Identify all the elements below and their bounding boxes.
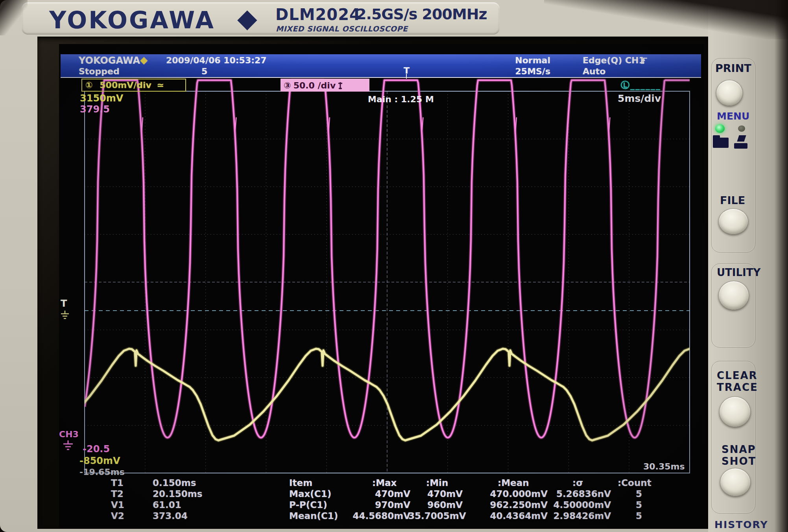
file-button[interactable] bbox=[718, 208, 748, 234]
logic-indicator: Ⓛ______ bbox=[621, 79, 661, 91]
ch1-bullet: ① bbox=[85, 80, 93, 90]
cursor-v2-label: V2 bbox=[111, 511, 124, 521]
table-row-item: Max(C1) bbox=[289, 489, 331, 499]
ch1-scale: 500mV/div bbox=[100, 80, 151, 90]
photo-shadow-right-edge bbox=[775, 0, 788, 532]
logic-dashes: ______ bbox=[630, 80, 661, 90]
cursor-v1-value: 61.01 bbox=[153, 500, 181, 510]
table-cell: 5.26836nV bbox=[553, 489, 611, 499]
waveform-display bbox=[59, 44, 704, 528]
table-cell: 5 bbox=[610, 489, 642, 499]
table-header-sigma: :σ bbox=[572, 478, 583, 488]
cursor-t2-label: T2 bbox=[111, 489, 124, 499]
folder-icon bbox=[713, 138, 729, 148]
snapshot-button[interactable] bbox=[720, 468, 751, 496]
timebase: 5ms/div bbox=[618, 93, 661, 104]
ch3-cursor-value: 379.5 bbox=[80, 104, 110, 115]
trigger-type: Edge(Q) CH1 bbox=[583, 55, 645, 65]
utility-button[interactable] bbox=[718, 281, 749, 310]
trigger-position-tick bbox=[406, 74, 407, 79]
acquisition-mode: Normal bbox=[511, 55, 550, 65]
header-divider bbox=[61, 77, 701, 78]
table-row-item: Mean(C1) bbox=[289, 511, 338, 521]
ch1-scale-box: ① 500mV/div ≃ bbox=[81, 79, 186, 92]
print-button[interactable] bbox=[716, 80, 743, 106]
table-row-item: P-P(C1) bbox=[289, 500, 327, 510]
table-cell: 470.000mV bbox=[460, 489, 548, 499]
ch3-offset-value: -850mV bbox=[79, 455, 120, 466]
status-header: YOKOGAWA ◆ 2009/04/06 10:53:27 Normal Ed… bbox=[61, 54, 701, 77]
table-cell: 5 bbox=[610, 500, 642, 510]
ch3-scale: 50.0 /div bbox=[293, 81, 336, 90]
snapshot-label-line1: SNAP bbox=[722, 444, 756, 455]
header-brand: YOKOGAWA bbox=[79, 55, 140, 66]
model-subtitle: MIXED SIGNAL OSCILLOSCOPE bbox=[276, 24, 408, 33]
record-length: Main : 1.25 M bbox=[368, 94, 434, 104]
rising-edge-icon bbox=[640, 56, 648, 65]
table-cell: 962.250mV bbox=[460, 500, 548, 510]
ch1-coupling-icon: ≃ bbox=[157, 80, 164, 90]
model-specs: 2.5GS/s 200MHz bbox=[356, 6, 487, 23]
logic-bullet-icon: Ⓛ bbox=[621, 80, 630, 90]
cursor-v1-label: V1 bbox=[111, 500, 124, 510]
table-cell: 470mV bbox=[352, 489, 410, 499]
clear-trace-label-line1: CLEAR bbox=[717, 370, 758, 381]
trigger-level-marker: T bbox=[61, 298, 67, 309]
print-label: PRINT bbox=[715, 62, 751, 74]
clear-trace-button[interactable] bbox=[719, 396, 751, 427]
window-time: 30.35ms bbox=[643, 462, 685, 471]
table-cell: 44.5680mV bbox=[352, 511, 410, 521]
table-cell: 35.7005mV bbox=[408, 511, 463, 521]
cursor-t1-value: 0.150ms bbox=[153, 478, 196, 488]
brand-logo-text: YOKOGAWA bbox=[49, 6, 215, 34]
table-header-count: :Count bbox=[618, 478, 651, 488]
table-header-min: :Min bbox=[426, 478, 448, 488]
menu-led-green bbox=[715, 124, 725, 133]
ch3-position-value: -20.5 bbox=[83, 444, 110, 455]
table-cell: 4.50000mV bbox=[553, 500, 611, 510]
table-header-mean: :Mean bbox=[498, 478, 529, 488]
cursor-t1-label: T1 bbox=[111, 478, 124, 488]
acquisition-count: 5 bbox=[201, 66, 207, 76]
cursor-t2-value: 20.150ms bbox=[153, 489, 202, 499]
lcd-screen: YOKOGAWA ◆ 2009/04/06 10:53:27 Normal Ed… bbox=[59, 44, 704, 528]
table-cell: 970mV bbox=[352, 500, 410, 510]
ch3-label: CH3 bbox=[59, 429, 79, 439]
header-datetime: 2009/04/06 10:53:27 bbox=[166, 55, 267, 65]
ch3-scale-box: ③ 50.0 /div bbox=[281, 79, 369, 92]
delay-value: -19.65ms bbox=[79, 467, 125, 477]
utility-label: UTILITY bbox=[717, 267, 760, 278]
ch1-ground-icon bbox=[60, 311, 70, 319]
ch3-unit-icon bbox=[338, 81, 343, 90]
snapshot-label-line2: SHOT bbox=[722, 455, 756, 467]
brand-diamond-icon: ◆ bbox=[237, 3, 257, 33]
table-cell: 5 bbox=[610, 511, 642, 521]
header-diamond-icon: ◆ bbox=[140, 54, 148, 66]
table-cell: 40.4364mV bbox=[460, 511, 548, 521]
table-header-max: :Max bbox=[372, 478, 397, 488]
table-cell: 960mV bbox=[408, 500, 463, 510]
menu-label: MENU bbox=[717, 110, 749, 122]
ch1-cursor-value: 3150mV bbox=[80, 93, 123, 104]
photo-shadow-top-left bbox=[0, 0, 28, 35]
menu-led-off bbox=[738, 125, 745, 132]
sample-rate: 25MS/s bbox=[511, 66, 550, 76]
clear-trace-label-line2: TRACE bbox=[717, 381, 758, 393]
history-label: HISTORY bbox=[714, 519, 768, 530]
top-bezel-plate: YOKOGAWA ◆ DLM2024 2.5GS/s 200MHz MIXED … bbox=[22, 2, 500, 35]
ch3-ground-icon bbox=[62, 440, 74, 451]
run-status: Stopped bbox=[79, 66, 120, 76]
photo-shadow-top-right bbox=[544, 0, 788, 39]
cursor-v2-value: 373.04 bbox=[153, 511, 188, 521]
model-number: DLM2024 bbox=[275, 6, 361, 24]
table-cell: 470mV bbox=[408, 489, 463, 499]
trigger-mode: Auto bbox=[583, 66, 605, 76]
table-cell: 2.98426mV bbox=[553, 511, 611, 521]
table-header-item: Item bbox=[289, 478, 312, 488]
file-label: FILE bbox=[720, 194, 745, 206]
ch3-bullet: ③ bbox=[284, 81, 291, 90]
printer-icon bbox=[733, 135, 749, 149]
oscilloscope: YOKOGAWA ◆ DLM2024 2.5GS/s 200MHz MIXED … bbox=[0, 0, 788, 532]
